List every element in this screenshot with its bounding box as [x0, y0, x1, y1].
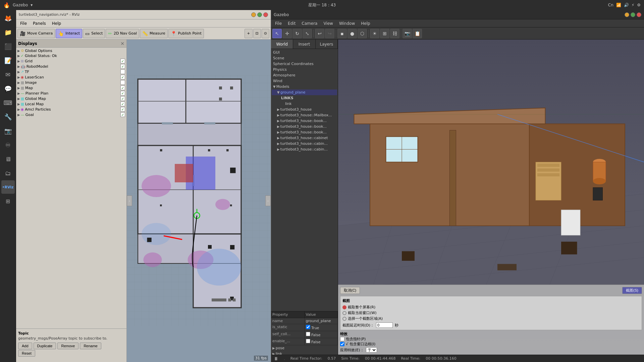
app-name[interactable]: Gazebo [13, 3, 28, 7]
effect-border-checkbox[interactable] [340, 342, 344, 346]
world-item-wind[interactable]: Wind [272, 78, 337, 84]
world-item-tb3-book2[interactable]: ▶ turtlebot3_house::book... [272, 124, 337, 129]
world-item-physics[interactable]: Physics [272, 67, 337, 72]
effect-pointer-checkbox[interactable] [340, 337, 344, 341]
gz-menu-edit[interactable]: Edit [285, 20, 298, 26]
move-camera-btn[interactable]: 🎥 Move Camera [17, 29, 55, 38]
world-item-link[interactable]: link [272, 101, 337, 107]
planner-checkbox[interactable]: ✓ [120, 91, 125, 96]
display-map[interactable]: ▶ ▦ Map ✓ [17, 85, 126, 90]
duplicate-btn[interactable]: Duplicate [34, 343, 56, 349]
map-nav-right[interactable]: › [265, 195, 271, 206]
app-menu-arrow[interactable]: ▾ [31, 3, 33, 7]
rviz-menu-panels[interactable]: Panels [30, 20, 49, 26]
radio-whole-screen[interactable]: 截取整个屏幕(R) [348, 305, 375, 310]
tab-insert[interactable]: Insert [293, 40, 315, 49]
display-image[interactable]: ▶ ▦ Image [17, 80, 126, 85]
taskbar-camera[interactable]: 📷 [1, 124, 15, 137]
world-item-scene[interactable]: Scene [272, 55, 337, 61]
prop-checkbox-enable[interactable] [306, 339, 310, 343]
tab-world[interactable]: World [271, 40, 293, 49]
gz-cylinder-btn[interactable]: ⬡ [358, 29, 367, 38]
select-btn[interactable]: ▭ Select [83, 29, 105, 38]
displays-close-btn[interactable]: ✕ [120, 41, 124, 46]
display-robotmodel[interactable]: ▶ 🤖 RobotModel ✓ [17, 64, 126, 69]
gz-menu-help[interactable]: Help [358, 20, 373, 26]
gz-light-btn[interactable]: ☀ [370, 29, 379, 38]
rename-btn[interactable]: Rename [80, 343, 101, 349]
screenshot-cancel-btn[interactable]: 取消(C) [340, 287, 360, 294]
taskbar-terminal[interactable]: ⬛ [1, 40, 15, 53]
app-icon[interactable]: 🔥 [3, 2, 10, 8]
robotmodel-checkbox[interactable]: ✓ [120, 64, 125, 69]
world-item-tb3-book3[interactable]: ▶ turtlebot3_house::book... [272, 129, 337, 135]
prop-val-name[interactable]: ground_plane [305, 318, 338, 324]
local-map-checkbox[interactable]: ✓ [120, 102, 125, 106]
gz-rotate-btn[interactable]: ↻ [292, 29, 302, 38]
taskbar-settings[interactable]: 🔧 [1, 110, 15, 123]
display-grid[interactable]: ▶ ⊞ Grid ✓ [17, 58, 126, 64]
delay-input[interactable] [376, 322, 393, 328]
world-item-atmosphere[interactable]: Atmosphere [272, 72, 337, 78]
volume-icon[interactable]: 🔊 [624, 3, 629, 7]
gazebo-minimize-btn[interactable] [625, 12, 629, 17]
world-item-gui[interactable]: GUI [272, 50, 337, 55]
gz-scale-btn[interactable]: ⤡ [303, 29, 312, 38]
display-local-map[interactable]: ▶ ▦ Local Map ✓ [17, 101, 126, 107]
rviz-menu-help[interactable]: Help [49, 20, 64, 26]
world-item-tb3-cabin1[interactable]: ▶ turtlebot3_house::cabin... [272, 141, 337, 146]
gz-translate-btn[interactable]: ✛ [282, 29, 292, 38]
taskbar-arduino[interactable]: ♾ [1, 138, 15, 152]
reset-btn[interactable]: Reset [18, 350, 35, 357]
rviz-close-btn[interactable] [263, 12, 268, 17]
taskbar-terminal2[interactable]: 🖥 [1, 152, 15, 166]
taskbar-code[interactable]: ⌨ [1, 96, 15, 109]
gz-menu-window[interactable]: Window [336, 20, 358, 26]
world-item-spherical[interactable]: Spherical Coordinates [272, 61, 337, 67]
gz-menu-camera[interactable]: Camera [299, 20, 320, 26]
display-planner-plan[interactable]: ▶ — Planner Plan ✓ [17, 90, 126, 96]
rviz-maximize-btn[interactable] [257, 12, 262, 17]
gz-box-btn[interactable]: ▪ [337, 29, 347, 38]
goal-checkbox[interactable]: ✓ [120, 112, 125, 117]
world-item-tb3-book1[interactable]: ▶ turtlebot3_house::book... [272, 118, 337, 124]
publish-point-btn[interactable]: 📍 Publish Point [168, 29, 204, 38]
world-item-ground-plane[interactable]: ▼ ground_plane [272, 89, 337, 95]
display-tf[interactable]: ▶ ↗ TF [17, 69, 126, 74]
taskbar-layers[interactable]: 🗂 [1, 166, 15, 180]
gz-menu-file[interactable]: File [272, 20, 284, 26]
world-item-tb3-cabin2[interactable]: ▶ turtlebot3_house::cabin... [272, 146, 337, 152]
gz-menu-view[interactable]: View [321, 20, 335, 26]
taskbar-apps[interactable]: ⊞ [1, 194, 15, 208]
global-map-checkbox[interactable]: ✓ [120, 96, 125, 101]
prop-val-enable[interactable]: False [305, 338, 338, 345]
gz-redo-btn[interactable]: ↪ [325, 29, 334, 38]
gz-play-pause-btn[interactable]: ⏸ [274, 356, 278, 361]
nav-goal-btn[interactable]: ✏ 2D Nav Goal [106, 29, 139, 38]
radio-current-window[interactable]: 截取当前窗口(W) [348, 310, 376, 315]
zoom-fit-btn[interactable]: ⊡ [253, 29, 261, 38]
rviz-minimize-btn[interactable] [251, 12, 256, 17]
taskbar-firefox[interactable]: 🦊 [1, 11, 15, 25]
network-icon[interactable]: 📶 [616, 3, 621, 7]
amcl-checkbox[interactable]: ✓ [120, 107, 125, 112]
taskbar-chat[interactable]: 💬 [1, 82, 15, 95]
input-method[interactable]: Cn [608, 3, 613, 7]
gz-screenshot-btn[interactable]: 📷 [402, 29, 412, 38]
display-laserscan[interactable]: ▶ ◉ LaserScan ✓ [17, 74, 126, 80]
map-viewport[interactable]: ‹ › 31 fps [127, 40, 271, 362]
gz-log-btn[interactable]: 📋 [413, 29, 422, 38]
prop-val-selfcoll[interactable]: False [305, 331, 338, 338]
gz-joint-btn[interactable]: ⛓ [390, 29, 399, 38]
display-global-options[interactable]: ▶ ⚙ Global Options [17, 48, 126, 53]
display-global-status[interactable]: ▶ ✓ Global Status: Ok [17, 53, 126, 58]
world-item-models[interactable]: ▼ Models [272, 84, 337, 89]
rviz-menu-file[interactable]: File [17, 20, 30, 26]
gazebo-3d-viewport[interactable]: 取消(C) 截图(S) 截图 截取整个屏幕(R) 截取当前窗 [338, 40, 644, 355]
display-amcl[interactable]: ▶ ◉ Amcl Particles ✓ [17, 107, 126, 112]
prop-checkbox-selfcoll[interactable] [306, 332, 310, 336]
taskbar-files[interactable]: 📁 [1, 25, 15, 39]
settings-icon[interactable]: ⚙ [637, 3, 641, 7]
map-nav-left[interactable]: ‹ [127, 195, 132, 206]
add-btn[interactable]: Add [18, 343, 32, 349]
